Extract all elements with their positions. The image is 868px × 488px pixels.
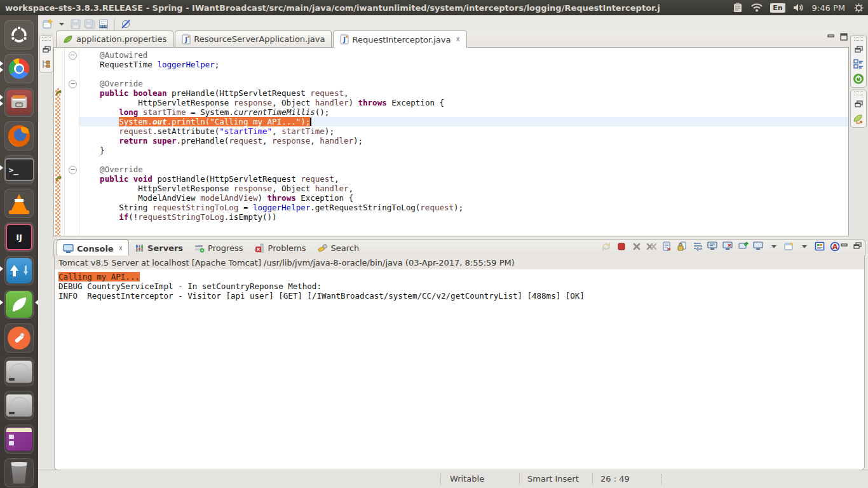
dropdown-caret-icon[interactable] bbox=[56, 18, 67, 30]
view-grip[interactable] bbox=[42, 37, 51, 41]
save-all-icon[interactable] bbox=[84, 18, 95, 30]
running-indicator bbox=[0, 101, 3, 106]
clipboard-icon[interactable] bbox=[732, 2, 743, 13]
restore-view-icon[interactable] bbox=[853, 44, 864, 55]
window-title: workspace-sts-3.8.3.RELEASE - Spring - I… bbox=[5, 3, 660, 13]
statusbar-grip bbox=[661, 474, 664, 484]
search-icon bbox=[318, 243, 328, 253]
running-indicator bbox=[0, 165, 3, 170]
spring-explorer-icon[interactable] bbox=[853, 58, 864, 70]
clock[interactable]: 9:46 PM bbox=[812, 3, 845, 13]
keyboard-indicator[interactable]: En bbox=[770, 3, 785, 13]
svg-text:010: 010 bbox=[100, 24, 107, 28]
terminal-icon: >_ bbox=[4, 158, 34, 181]
progress-icon bbox=[194, 243, 205, 253]
fold-collapse-marker[interactable]: − bbox=[69, 80, 77, 88]
spring-tool-suite-launcher-item[interactable] bbox=[4, 290, 34, 319]
terminate-icon[interactable] bbox=[616, 241, 627, 252]
close-icon[interactable]: ☓ bbox=[119, 244, 123, 253]
hard-disk-2-launcher-item[interactable] bbox=[4, 391, 34, 420]
toolbar-separator bbox=[114, 18, 115, 30]
boot-dashboard-icon[interactable] bbox=[853, 73, 864, 85]
code-line: ModelAndView modelAndView) throws Except… bbox=[79, 193, 848, 203]
intellij-idea-launcher-item[interactable]: IJ bbox=[4, 222, 34, 252]
minimize-icon[interactable] bbox=[841, 242, 848, 250]
terminal-launcher-item[interactable]: >_ bbox=[4, 155, 34, 184]
remove-launch-icon[interactable] bbox=[631, 241, 642, 252]
editor-tab-resourceserverapplication-java[interactable]: JResourceServerApplication.java bbox=[175, 30, 332, 47]
hard-disk-launcher-item[interactable] bbox=[4, 357, 34, 386]
unity-launcher: >_IJ bbox=[0, 15, 38, 488]
remove-all-launches-icon[interactable] bbox=[646, 241, 657, 252]
software-updater-launcher-item[interactable] bbox=[4, 256, 34, 285]
firefox-launcher-item[interactable] bbox=[4, 121, 34, 151]
view-tab-problems[interactable]: Problems bbox=[249, 240, 312, 256]
statusbar-separator bbox=[440, 473, 441, 485]
maximize-icon[interactable] bbox=[840, 33, 848, 41]
dropdown-caret-icon[interactable] bbox=[799, 241, 810, 252]
view-tab-search[interactable]: Search bbox=[312, 240, 365, 256]
vlc-launcher-item[interactable] bbox=[4, 189, 34, 218]
tab-label: Servers bbox=[147, 243, 183, 253]
writable-status: Writable bbox=[450, 474, 484, 484]
code-line: System.out.println("Calling my API..."); bbox=[79, 117, 848, 126]
restore-icon[interactable] bbox=[853, 242, 862, 250]
fold-collapse-marker[interactable]: − bbox=[69, 166, 77, 174]
scroll-lock-icon[interactable] bbox=[677, 241, 688, 252]
view-tab-progress[interactable]: Progress bbox=[189, 240, 248, 256]
editor-tab-requestinterceptor-java[interactable]: JRequestInterceptor.java☓ bbox=[333, 30, 466, 48]
code-line: long startTime = System.currentTimeMilli… bbox=[79, 107, 848, 117]
java-file-icon: J bbox=[182, 34, 191, 44]
trash-launcher-item[interactable] bbox=[4, 458, 34, 487]
view-grip[interactable] bbox=[854, 92, 863, 95]
running-indicator bbox=[0, 95, 3, 100]
console-line: Calling my API... bbox=[58, 272, 864, 281]
view-tab-console[interactable]: Console☓ bbox=[57, 240, 129, 257]
chrome-launcher-item[interactable] bbox=[4, 54, 34, 83]
show-stderr-icon[interactable] bbox=[722, 241, 733, 252]
skip-breakpoints-icon[interactable] bbox=[120, 18, 132, 30]
tab-label: Console bbox=[77, 244, 114, 254]
fold-collapse-marker[interactable]: − bbox=[69, 51, 77, 60]
show-view-icon[interactable] bbox=[814, 241, 825, 252]
problems-icon bbox=[255, 243, 265, 253]
pin-console-icon[interactable] bbox=[738, 241, 749, 252]
ansi-console-icon[interactable]: A bbox=[829, 241, 840, 252]
software-updater-icon bbox=[6, 258, 32, 283]
console-output[interactable]: Calling my API...DEBUG CountryServiceImp… bbox=[54, 269, 865, 470]
ubuntu-dash-launcher-item[interactable] bbox=[4, 20, 34, 50]
clear-console-icon[interactable] bbox=[661, 241, 672, 252]
annotation-ruler bbox=[54, 48, 65, 236]
view-grip[interactable] bbox=[854, 37, 863, 41]
file-manager-launcher-item[interactable] bbox=[4, 88, 34, 117]
dropdown-caret-icon[interactable] bbox=[768, 241, 779, 252]
editor-tab-application-properties[interactable]: application.properties bbox=[56, 30, 173, 47]
new-wizard-icon[interactable] bbox=[42, 18, 53, 30]
show-stdout-icon[interactable] bbox=[707, 241, 718, 252]
restore-view-icon[interactable] bbox=[853, 98, 864, 110]
svg-text:J: J bbox=[184, 36, 187, 43]
code-editor[interactable]: −−− @Autowired RequestTime loggerHelper;… bbox=[53, 48, 849, 236]
package-explorer-icon[interactable] bbox=[41, 58, 52, 70]
session-gear-icon[interactable] bbox=[853, 2, 864, 13]
save-icon[interactable] bbox=[70, 18, 81, 30]
purple-app-launcher-item[interactable] bbox=[4, 424, 34, 454]
code-line: @Autowired bbox=[79, 50, 848, 60]
relaunch-icon[interactable] bbox=[600, 241, 611, 252]
spring-beans-icon[interactable] bbox=[853, 113, 864, 125]
text-cursor bbox=[310, 118, 311, 126]
display-console-icon[interactable] bbox=[753, 241, 764, 252]
binary-icon[interactable]: 010 bbox=[98, 18, 109, 30]
close-icon[interactable]: ☓ bbox=[456, 35, 459, 44]
view-tab-servers[interactable]: Servers bbox=[129, 240, 189, 256]
restore-view-icon[interactable] bbox=[41, 44, 52, 55]
wifi-icon[interactable] bbox=[751, 2, 763, 13]
console-view: Console☓ServersProgressProblemsSearch A … bbox=[53, 239, 865, 470]
spring-file-icon bbox=[63, 35, 73, 44]
code-line: request.setAttribute("startTime", startT… bbox=[79, 126, 848, 136]
volume-icon[interactable] bbox=[793, 2, 804, 13]
minimize-icon[interactable] bbox=[827, 33, 835, 41]
postman-launcher-item[interactable] bbox=[4, 323, 34, 353]
word-wrap-icon[interactable] bbox=[692, 241, 703, 252]
open-console-icon[interactable] bbox=[783, 241, 794, 252]
